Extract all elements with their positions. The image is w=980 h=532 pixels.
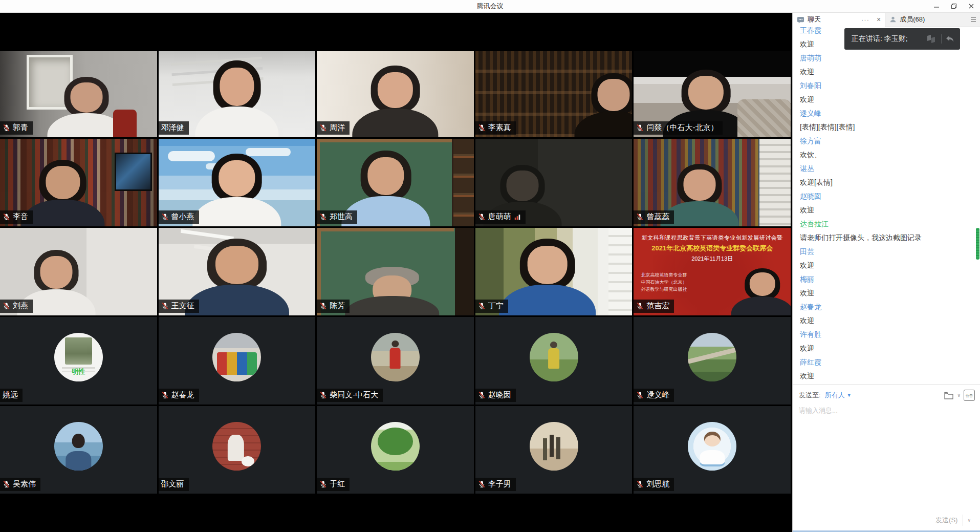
chat-sender-name[interactable]: 赵晓囡 [800, 189, 980, 203]
hamburger-menu-icon [970, 17, 976, 22]
muted-mic-icon [319, 302, 327, 310]
participant-tile[interactable]: 于红 [317, 406, 474, 494]
participant-name: 刘燕 [13, 301, 28, 311]
participant-name: 于红 [330, 479, 345, 489]
participant-tile[interactable]: 唐萌萌 [475, 139, 633, 226]
participant-name: 丁宁 [488, 301, 504, 311]
send-options-chevron-icon[interactable]: ∨ [963, 515, 975, 526]
participant-tile[interactable]: 李音 [0, 139, 157, 226]
avatar-text: 明性 [54, 367, 103, 376]
tab-chat[interactable]: 聊天 ··· × [793, 12, 885, 27]
close-icon [968, 3, 974, 9]
chat-message-text: 欢迎 [800, 286, 980, 300]
participant-tile[interactable]: 曾小燕 [159, 139, 316, 226]
member-person-icon [889, 16, 897, 23]
flags-icon[interactable] [926, 34, 938, 44]
participant-name: 邓泽健 [161, 123, 184, 133]
tab-members[interactable]: 成员(68) [885, 12, 967, 27]
participant-tile[interactable]: 刘思航 [634, 406, 791, 494]
participant-tile[interactable]: 明性姚远 [0, 317, 157, 405]
participant-name-tag: 邓泽健 [159, 121, 189, 135]
participant-tile[interactable]: 吴素伟 [0, 406, 157, 494]
muted-mic-icon [478, 124, 486, 132]
participant-tile[interactable]: 赵晓囡 [475, 317, 633, 405]
participant-name: 李素真 [488, 123, 511, 133]
avatar [530, 422, 578, 471]
send-button[interactable]: 发送(S) [930, 514, 963, 527]
participant-name: 曾小燕 [171, 212, 194, 222]
participant-tile[interactable]: 逯义峰 [634, 317, 791, 405]
participant-tile[interactable]: 陈芳 [317, 228, 474, 315]
muted-mic-icon [636, 213, 644, 221]
chat-sender-name[interactable]: 许有胜 [800, 328, 980, 342]
chat-sender-name[interactable]: 唐萌萌 [800, 51, 980, 65]
muted-mic-icon [3, 124, 10, 132]
toast-divider [941, 34, 942, 44]
chat-sender-name[interactable]: 谌丛 [800, 162, 980, 176]
participant-tile[interactable]: 闫燚（中石大-北京） [634, 51, 791, 137]
participant-tile[interactable]: 柴同文-中石大 [317, 317, 474, 405]
muted-mic-icon [3, 480, 10, 488]
chat-message-text: 欢迎 [800, 65, 980, 79]
chat-sender-name[interactable]: 徐方富 [800, 134, 980, 148]
participant-tile[interactable]: 曾蕊蕊 [634, 139, 791, 226]
announcement-button[interactable]: 公告 [964, 390, 975, 401]
muted-mic-icon [319, 124, 327, 132]
participant-name: 逯义峰 [646, 390, 669, 400]
tab-members-label: 成员(68) [900, 15, 925, 24]
chat-sender-name[interactable]: 田芸 [800, 245, 980, 259]
person-silhouette [353, 66, 438, 137]
send-to-label: 发送至: [799, 391, 821, 400]
person-silhouette [346, 267, 438, 315]
chat-sender-name[interactable]: 达吾拉江 [800, 217, 980, 231]
participant-name-tag: 曾蕊蕊 [634, 210, 674, 224]
participant-name-tag: 柴同文-中石大 [317, 389, 383, 402]
folder-chevron-icon[interactable]: ∨ [957, 393, 961, 398]
participant-tile[interactable]: 郑世高 [317, 139, 474, 226]
folder-icon[interactable] [944, 391, 954, 400]
muted-mic-icon [161, 213, 169, 221]
muted-mic-icon [636, 391, 644, 399]
restore-button[interactable] [945, 0, 963, 12]
participant-tile[interactable]: 赵春龙 [159, 317, 316, 405]
chat-sender-name[interactable]: 薛红霞 [800, 355, 980, 369]
chat-sender-name[interactable]: 刘春阳 [800, 79, 980, 93]
chat-scrollbar-thumb[interactable] [976, 228, 979, 260]
chat-input[interactable] [793, 403, 980, 486]
participant-name: 闫燚（中石大-北京） [646, 123, 718, 133]
chat-tab-bar: 聊天 ··· × 成员(68) [793, 12, 980, 27]
chat-more-button[interactable]: ··· [861, 16, 869, 24]
minimize-button[interactable] [928, 0, 945, 12]
send-row: 发送(S) ∨ [930, 514, 975, 527]
participant-tile[interactable]: 李子男 [475, 406, 633, 494]
chat-sender-name[interactable]: 梅丽 [800, 272, 980, 286]
participant-tile[interactable]: 王文征 [159, 228, 316, 315]
chat-message-area: 王春霞欢迎唐萌萌欢迎刘春阳欢迎逯义峰[表情][表情][表情]徐方富欢饮、谌丛欢迎… [793, 27, 980, 384]
participant-tile[interactable]: 邵文丽 [159, 406, 316, 494]
participant-name-tag: 唐萌萌 [475, 210, 526, 224]
participant-tile[interactable]: 周洋 [317, 51, 474, 137]
chat-close-button[interactable]: × [877, 15, 881, 24]
participant-name-tag: 逯义峰 [634, 389, 674, 402]
close-button[interactable] [963, 0, 980, 12]
participant-name-tag: 姚远 [0, 389, 23, 402]
participant-name-tag: 范吉宏 [634, 300, 674, 313]
panel-menu-button[interactable] [967, 12, 980, 27]
send-to-selector[interactable]: 所有人 ▼ [825, 391, 852, 400]
participant-name-tag: 郑世高 [317, 210, 357, 224]
reply-arrow-icon[interactable] [945, 34, 955, 44]
participant-tile[interactable]: 刘燕 [0, 228, 157, 315]
chat-sender-name[interactable]: 赵春龙 [800, 300, 980, 314]
participant-tile[interactable]: 丁宁 [475, 228, 633, 315]
participant-tile[interactable]: 新文科和课程思政背景下英语类专业创新发展研讨会暨2021年北京高校英语类专业群委… [634, 228, 791, 315]
participant-tile[interactable]: 邓泽健 [159, 51, 316, 137]
participant-name: 刘思航 [646, 479, 669, 489]
participant-name-tag: 李音 [0, 210, 33, 224]
muted-mic-icon [161, 302, 169, 310]
muted-mic-icon [478, 480, 486, 488]
chat-sender-name[interactable]: 逯义峰 [800, 107, 980, 120]
muted-mic-icon [161, 391, 169, 399]
participant-tile[interactable]: 李素真 [475, 51, 633, 137]
minimize-icon [933, 3, 940, 9]
participant-tile[interactable]: 郭青 [0, 51, 157, 137]
